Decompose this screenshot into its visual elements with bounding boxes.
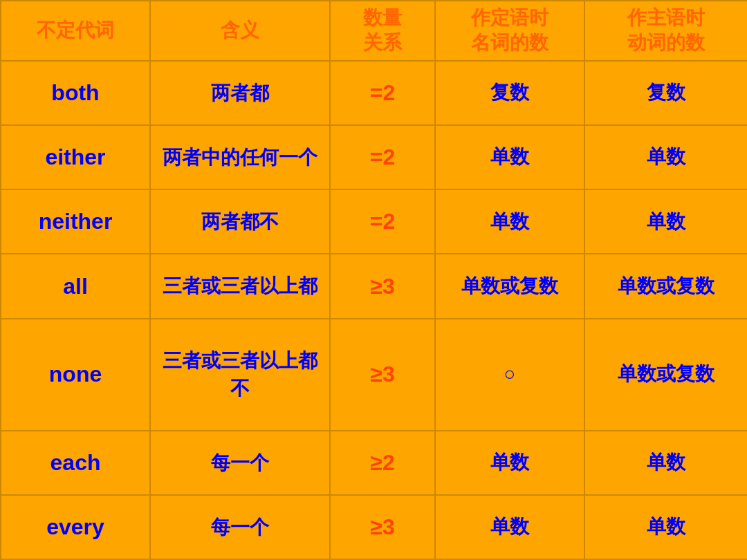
- cell-meaning: 每一个: [150, 495, 330, 559]
- table-row: none三者或三者以上都不≥3○单数或复数: [1, 319, 747, 431]
- cell-pronoun: none: [1, 319, 150, 431]
- table-row: all三者或三者以上都≥3单数或复数单数或复数: [1, 254, 747, 318]
- header-quantity: 数量 关系: [330, 1, 435, 61]
- cell-pronoun: every: [1, 495, 150, 559]
- cell-verb-num: 单数或复数: [584, 319, 747, 431]
- table-row: either两者中的任何一个=2单数单数: [1, 125, 747, 189]
- cell-noun-num: ○: [435, 319, 584, 431]
- cell-quantity: =2: [330, 125, 435, 189]
- cell-verb-num: 单数: [584, 125, 747, 189]
- cell-verb-num: 单数: [584, 495, 747, 559]
- cell-noun-num: 单数: [435, 125, 584, 189]
- cell-meaning: 两者都不: [150, 189, 330, 254]
- cell-noun-num: 单数: [435, 431, 584, 495]
- cell-noun-num: 单数: [435, 189, 584, 254]
- header-meaning: 含义: [150, 1, 330, 61]
- cell-meaning: 每一个: [150, 431, 330, 495]
- cell-quantity: ≥3: [330, 319, 435, 431]
- cell-pronoun: either: [1, 125, 150, 189]
- cell-verb-num: 复数: [584, 61, 747, 125]
- table-row: every每一个≥3单数单数: [1, 495, 747, 559]
- cell-meaning: 两者中的任何一个: [150, 125, 330, 189]
- header-verb-num: 作主语时 动词的数: [584, 1, 747, 61]
- cell-pronoun: all: [1, 254, 150, 318]
- header-noun-num: 作定语时 名词的数: [435, 1, 584, 61]
- cell-pronoun: neither: [1, 189, 150, 254]
- cell-pronoun: each: [1, 431, 150, 495]
- cell-verb-num: 单数或复数: [584, 254, 747, 318]
- cell-verb-num: 单数: [584, 431, 747, 495]
- header-pronoun: 不定代词: [1, 1, 150, 61]
- cell-meaning: 三者或三者以上都: [150, 254, 330, 318]
- cell-pronoun: both: [1, 61, 150, 125]
- table-row: each每一个≥2单数单数: [1, 431, 747, 495]
- table-row: both两者都=2复数复数: [1, 61, 747, 125]
- cell-meaning: 两者都: [150, 61, 330, 125]
- cell-quantity: ≥2: [330, 431, 435, 495]
- cell-noun-num: 复数: [435, 61, 584, 125]
- cell-meaning: 三者或三者以上都不: [150, 319, 330, 431]
- table-row: neither两者都不=2单数单数: [1, 189, 747, 254]
- header-row: 不定代词 含义 数量 关系 作定语时 名词的数 作主语时 动词的数: [1, 1, 747, 61]
- cell-noun-num: 单数: [435, 495, 584, 559]
- cell-noun-num: 单数或复数: [435, 254, 584, 318]
- cell-quantity: =2: [330, 189, 435, 254]
- cell-quantity: =2: [330, 61, 435, 125]
- cell-quantity: ≥3: [330, 495, 435, 559]
- cell-quantity: ≥3: [330, 254, 435, 318]
- cell-verb-num: 单数: [584, 189, 747, 254]
